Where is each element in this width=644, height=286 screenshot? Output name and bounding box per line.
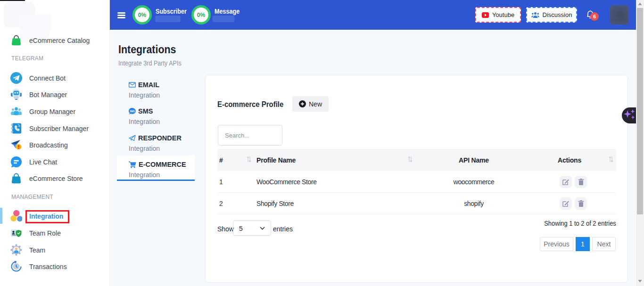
svg-text:SMS: SMS — [130, 110, 134, 113]
